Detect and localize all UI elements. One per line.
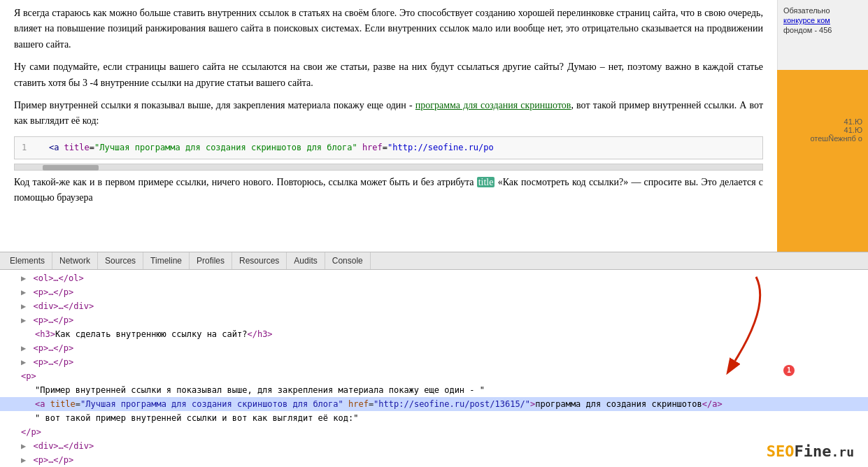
attribute-highlight: title <box>477 177 495 187</box>
devtools-toolbar: Elements Network Sources Timeline Profil… <box>0 252 868 270</box>
dom-line: "Пример внутренней ссылки я показывал вы… <box>0 383 868 397</box>
sidebar-top-promo: Обязательно конкурсе ком фондом - 456 <box>777 0 868 70</box>
dom-line: " вот такой пример внутренней ссылки и в… <box>0 411 868 425</box>
tab-console[interactable]: Console <box>325 252 371 269</box>
logo-fine: Fine <box>795 443 832 460</box>
tab-profiles[interactable]: Profiles <box>190 252 232 269</box>
dom-highlighted-line[interactable]: <a title="Лучшая программа для создания … <box>0 397 868 411</box>
paragraph-2: Ну сами подумайте, если страницы вашего … <box>14 59 763 91</box>
collapse-arrow[interactable]: ▶ <box>21 301 26 311</box>
dom-badge: 1 <box>783 365 795 376</box>
dom-line: <p> <box>0 369 868 383</box>
code-scrollbar[interactable] <box>14 164 763 171</box>
code-content: <a title="Лучшая программа для создания … <box>38 143 493 152</box>
dom-line: ▶ <p>…</p> <box>0 341 868 355</box>
collapse-arrow[interactable]: ▶ <box>21 441 26 451</box>
paragraph-4: Код такой-же как и в первом примере ссыл… <box>14 175 763 206</box>
top-content-area: Я всегда стараюсь как можно больше стави… <box>0 0 868 252</box>
sidebar-orange-block: 41.Ю 41.Ю отешÑежнпб о <box>777 70 868 252</box>
dom-line: ▶ <p>…</p> <box>0 313 868 327</box>
dom-line: ▶ <p>…</p> <box>0 285 868 299</box>
right-sidebar: Обязательно конкурсе ком фондом - 456 41… <box>777 0 868 252</box>
collapse-arrow[interactable]: ▶ <box>21 357 26 367</box>
tab-audits[interactable]: Audits <box>287 252 325 269</box>
logo-seo: SEO <box>767 443 795 460</box>
scrollbar-thumb <box>43 165 99 171</box>
tab-resources[interactable]: Resources <box>232 252 287 269</box>
dom-line: ▶ <div>…</div> <box>0 299 868 313</box>
tab-timeline[interactable]: Timeline <box>143 252 190 269</box>
tab-network[interactable]: Network <box>52 252 98 269</box>
dom-line: ▶ <p>…</p> <box>0 355 868 369</box>
dom-line: ▶ <div>…</div> <box>0 439 868 453</box>
collapse-arrow[interactable]: ▶ <box>21 455 26 465</box>
dom-line: <h3>Как сделать внутреннюю ссылку на сай… <box>0 327 868 341</box>
collapse-arrow[interactable]: ▶ <box>21 315 26 325</box>
collapse-arrow[interactable]: ▶ <box>21 273 26 283</box>
dom-inspector: 1 ▶ <ol>…</ol> ▶ <p>…</p> ▶ <div>…</div>… <box>0 270 868 467</box>
promo-text: Обязательно конкурсе ком фондом - 456 <box>783 6 832 34</box>
dom-line: </p> <box>0 425 868 439</box>
internal-link[interactable]: программа для создания скриншотов <box>415 100 571 110</box>
code-block: 1 <a title="Лучшая программа для создани… <box>14 136 763 159</box>
tab-elements[interactable]: Elements <box>3 252 52 269</box>
collapse-arrow[interactable]: ▶ <box>21 287 26 297</box>
dom-line: ▶ <ol>…</ol> <box>0 271 868 285</box>
collapse-arrow[interactable]: ▶ <box>21 343 26 353</box>
line-number: 1 <box>22 143 27 152</box>
paragraph-3: Пример внутренней ссылки я показывал выш… <box>14 98 763 129</box>
dom-line: ▶ <p>…</p> <box>0 453 868 467</box>
logo-ru: .ru <box>831 445 854 459</box>
sidebar-numbers: 41.Ю 41.Ю отешÑежнпб о <box>783 117 862 143</box>
paragraph-1: Я всегда стараюсь как можно больше стави… <box>14 6 763 52</box>
seo-fine-logo: SEOFine.ru <box>767 443 854 460</box>
tab-sources[interactable]: Sources <box>98 252 143 269</box>
article-content: Я всегда стараюсь как можно больше стави… <box>0 0 777 252</box>
